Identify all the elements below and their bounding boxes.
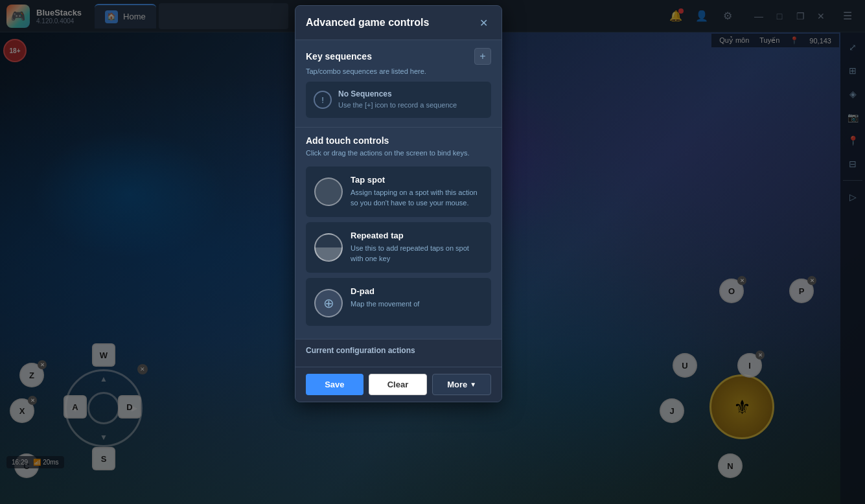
modal-overlay: Advanced game controls ✕ Key sequences +… <box>0 0 865 504</box>
current-config-section: Current configuration actions <box>295 339 502 367</box>
tap-spot-icon <box>314 178 343 206</box>
dpad-card-icon: ⊕ <box>314 289 343 317</box>
repeated-tap-icon <box>314 233 343 262</box>
key-sequences-title: Key sequences <box>306 51 372 62</box>
dpad-card-info: D-pad Map the movement of <box>351 286 419 310</box>
advanced-game-controls-modal: Advanced game controls ✕ Key sequences +… <box>295 5 502 402</box>
repeated-tap-card[interactable]: Repeated tap Use this to add repeated ta… <box>306 222 491 273</box>
modal-title: Advanced game controls <box>306 17 429 29</box>
section-divider <box>295 127 502 128</box>
add-sequence-button[interactable]: + <box>474 48 491 65</box>
no-seq-description: Use the [+] icon to record a sequence <box>338 100 457 110</box>
no-seq-content: No Sequences Use the [+] icon to record … <box>338 89 457 110</box>
dpad-desc: Map the movement of <box>351 299 419 310</box>
tap-spot-name: Tap spot <box>351 175 483 185</box>
key-sequences-subtitle: Tap/combo sequences are listed here. <box>306 67 491 75</box>
modal-body[interactable]: Key sequences + Tap/combo sequences are … <box>295 40 502 339</box>
repeated-tap-desc: Use this to add repeated taps on spot wi… <box>351 243 483 264</box>
key-sequences-header: Key sequences + <box>306 48 491 65</box>
no-seq-icon: ! <box>314 91 332 109</box>
modal-footer: Save Clear More ▼ <box>295 367 502 402</box>
tap-spot-desc: Assign tapping on a spot with this actio… <box>351 187 483 209</box>
tap-spot-card[interactable]: Tap spot Assign tapping on a spot with t… <box>306 166 491 217</box>
more-arrow-icon: ▼ <box>470 381 476 388</box>
modal-close-button[interactable]: ✕ <box>476 15 491 30</box>
more-button[interactable]: More ▼ <box>432 374 491 395</box>
tap-spot-info: Tap spot Assign tapping on a spot with t… <box>351 175 483 209</box>
more-label: More <box>447 380 467 389</box>
repeated-tap-info: Repeated tap Use this to add repeated ta… <box>351 231 483 264</box>
touch-controls-subtitle: Click or drag the actions on the screen … <box>306 148 491 158</box>
dpad-card[interactable]: ⊕ D-pad Map the movement of <box>306 278 491 326</box>
repeated-tap-name: Repeated tap <box>351 231 483 240</box>
no-seq-title: No Sequences <box>338 89 457 98</box>
touch-controls-title: Add touch controls <box>306 135 491 146</box>
current-config-title: Current configuration actions <box>306 346 491 355</box>
dpad-name: D-pad <box>351 286 419 296</box>
save-button[interactable]: Save <box>306 374 363 395</box>
modal-header: Advanced game controls ✕ <box>295 6 502 40</box>
no-sequences-box: ! No Sequences Use the [+] icon to recor… <box>306 82 491 118</box>
clear-button[interactable]: Clear <box>369 374 428 395</box>
